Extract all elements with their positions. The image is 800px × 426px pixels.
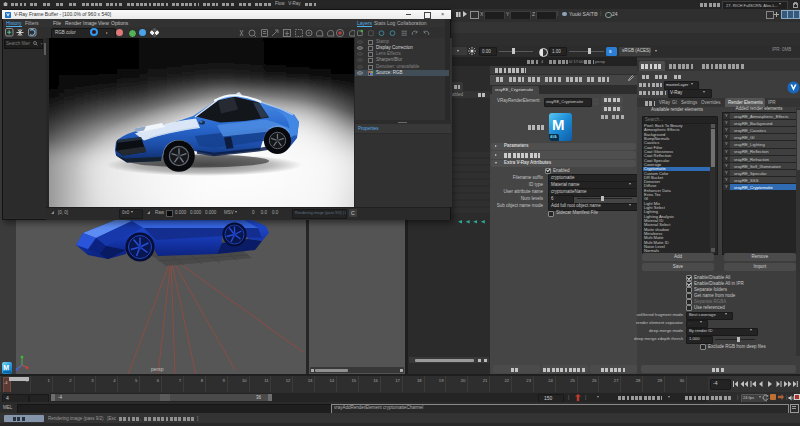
- svg-text:persp: persp: [151, 366, 164, 372]
